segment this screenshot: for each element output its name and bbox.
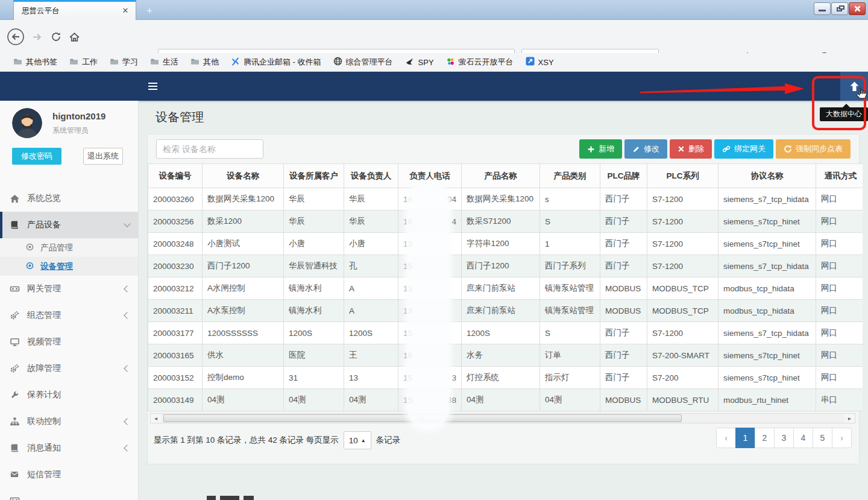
page-button-2[interactable]: 2: [755, 428, 775, 448]
sidebar-item-短信管理[interactable]: 短信管理: [0, 461, 138, 488]
table-row[interactable]: 200003152控制demo3113153灯控系统指示灯西门子S7-200si…: [148, 367, 863, 389]
scroll-left-icon[interactable]: ◂: [151, 414, 161, 423]
minimize-button[interactable]: [814, 2, 831, 15]
chevron-left-icon: [124, 445, 130, 451]
table-row[interactable]: 200003211A水泵控制镇海水利A13庶来门前泵站镇海泵站管理MODBUSM…: [148, 300, 863, 322]
sidebar-item-系统总览[interactable]: 系统总览: [0, 185, 138, 212]
device-search-input[interactable]: [156, 139, 263, 159]
table-row[interactable]: 2000031771200SSSSSS1200S1200S151200SS西门子…: [148, 322, 863, 344]
clipped-text-fragment: [207, 496, 254, 500]
table-row[interactable]: 200003165供水医院王18水务订单西门子S7-200-SMARTsieme…: [148, 344, 863, 367]
bookmark-item[interactable]: 其他: [186, 55, 224, 69]
cell-product: 水务: [462, 344, 540, 367]
page-size-select[interactable]: 10▲: [344, 431, 371, 449]
column-header: 产品类别: [540, 164, 600, 188]
action-button-删除[interactable]: 删除: [670, 139, 712, 159]
xsy-icon: [526, 57, 535, 68]
cell-product: 西门子1200: [462, 255, 540, 277]
monitor-icon: [10, 337, 20, 347]
action-button-修改[interactable]: 修改: [624, 139, 667, 159]
cell-name: 西门子1200: [203, 255, 284, 277]
cell-customer: 1200S: [284, 322, 344, 344]
bookmark-item[interactable]: 腾讯企业邮箱 - 收件箱: [226, 55, 326, 69]
sidebar-subitem-设备管理[interactable]: 设备管理: [0, 257, 138, 276]
page-button-1[interactable]: 1: [735, 428, 755, 448]
cell-plc_brand: 西门子: [600, 188, 647, 210]
bookmark-item[interactable]: 综合管理平台: [329, 55, 398, 69]
cell-name: 控制demo: [203, 367, 284, 389]
cell-id: 200003212: [148, 277, 203, 300]
bookmark-item[interactable]: 生活: [145, 55, 183, 69]
cell-comm: 串口: [816, 389, 863, 411]
cell-id: 200003256: [148, 210, 203, 233]
bookmark-item[interactable]: 学习: [105, 55, 143, 69]
bookmark-item[interactable]: SPY: [400, 55, 439, 69]
table-row[interactable]: 200003212A水闸控制镇海水利A13庶来门前泵站镇海泵站管理MODBUSM…: [148, 277, 863, 300]
tab-close-icon[interactable]: ✕: [120, 5, 131, 16]
page-next-button[interactable]: ›: [832, 428, 852, 448]
table-row[interactable]: 20000314904测04测04测153804测04测MODBUSMODBUS…: [148, 389, 863, 411]
change-password-button[interactable]: 修改密码: [12, 148, 61, 165]
column-header: 设备名称: [203, 164, 284, 188]
cell-category: s: [540, 188, 600, 210]
action-button-强制同步点表[interactable]: 强制同步点表: [776, 139, 851, 159]
page-button-3[interactable]: 3: [774, 428, 794, 448]
bookmark-item[interactable]: 其他书签: [8, 55, 62, 69]
action-button-新增[interactable]: 新增: [579, 139, 622, 159]
web-page: hignton2019 系统管理员 修改密码 退出系统 系统总览产品设备产品管理…: [0, 72, 868, 500]
browser-tab[interactable]: 思普云平台 ✕: [13, 0, 136, 20]
home-icon: [10, 194, 20, 204]
cell-comm: 网口: [816, 277, 863, 300]
cell-plc_series: MODBUS_TCP: [647, 277, 719, 300]
sidebar-item-组态管理[interactable]: 组态管理: [0, 302, 138, 329]
cell-customer: 31: [284, 367, 344, 389]
cell-customer: 华辰: [284, 188, 344, 210]
sidebar-item-产品设备[interactable]: 产品设备: [0, 212, 138, 238]
sidebar-item-网关管理[interactable]: 网关管理: [0, 276, 138, 302]
table-row[interactable]: 200003248小唐测试小唐小唐13字符串12001西门子S7-1200sie…: [148, 233, 863, 255]
page-title: 设备管理: [156, 109, 204, 125]
new-tab-button[interactable]: +: [142, 5, 157, 17]
page-button-4[interactable]: 4: [793, 428, 813, 448]
restore-button[interactable]: [831, 2, 848, 15]
cell-customer: 华辰: [284, 210, 344, 233]
sidebar-item-故障管理[interactable]: 故障管理: [0, 355, 138, 382]
back-button[interactable]: [7, 28, 25, 46]
bookmark-item[interactable]: 工作: [64, 55, 102, 69]
horizontal-scrollbar[interactable]: ◂ ▸: [150, 413, 855, 423]
bookmark-item[interactable]: 萤石云开放平台: [441, 55, 518, 69]
bookmark-item[interactable]: XSY: [521, 55, 559, 69]
sidebar-collapse-icon[interactable]: [148, 83, 157, 92]
folder-icon: [150, 57, 159, 68]
back-icon: [7, 28, 25, 46]
scroll-right-icon[interactable]: ▸: [844, 414, 855, 423]
cell-comm: 网口: [816, 322, 863, 344]
cell-id: 200003149: [148, 389, 203, 411]
cell-plc_brand: MODBUS: [600, 389, 647, 411]
sidebar-item-视频管理[interactable]: 视频管理: [0, 329, 138, 355]
cell-comm: 网口: [816, 255, 863, 277]
sidebar-subitem-产品管理[interactable]: 产品管理: [0, 238, 138, 257]
logout-button[interactable]: 退出系统: [83, 148, 123, 165]
avatar[interactable]: [12, 108, 42, 138]
home-button[interactable]: [65, 28, 83, 46]
cell-product: 数采S71200: [462, 210, 540, 233]
close-button[interactable]: [849, 2, 866, 15]
cell-plc_series: S7-200-SMART: [647, 344, 719, 367]
chevron-left-icon: [124, 312, 130, 318]
cell-plc_series: S7-1200: [647, 188, 719, 210]
action-button-绑定网关[interactable]: 绑定网关: [714, 139, 773, 159]
table-row[interactable]: 200003256数采1200华辰华辰184数采S71200S西门子S7-120…: [148, 210, 863, 233]
sidebar-item-消息通知[interactable]: 消息通知: [0, 435, 138, 461]
cell-plc_series: MODBUS_TCP: [647, 300, 719, 322]
table-row[interactable]: 200003230西门子1200华辰智通科技孔15西门子1200西门子系列西门子…: [148, 255, 863, 277]
table-row[interactable]: 200003260数据网关采集1200华辰华辰1804数据网关采集1200s西门…: [148, 188, 863, 210]
page-button-5[interactable]: 5: [813, 428, 832, 448]
folder-icon: [13, 57, 22, 68]
sidebar-item-联动控制[interactable]: 联动控制: [0, 408, 138, 435]
cell-customer: 小唐: [284, 233, 344, 255]
page-prev-button[interactable]: ‹: [716, 428, 736, 448]
forward-button[interactable]: [28, 28, 46, 46]
sidebar-item-保养计划[interactable]: 保养计划: [0, 382, 138, 408]
reload-button[interactable]: [47, 28, 65, 46]
